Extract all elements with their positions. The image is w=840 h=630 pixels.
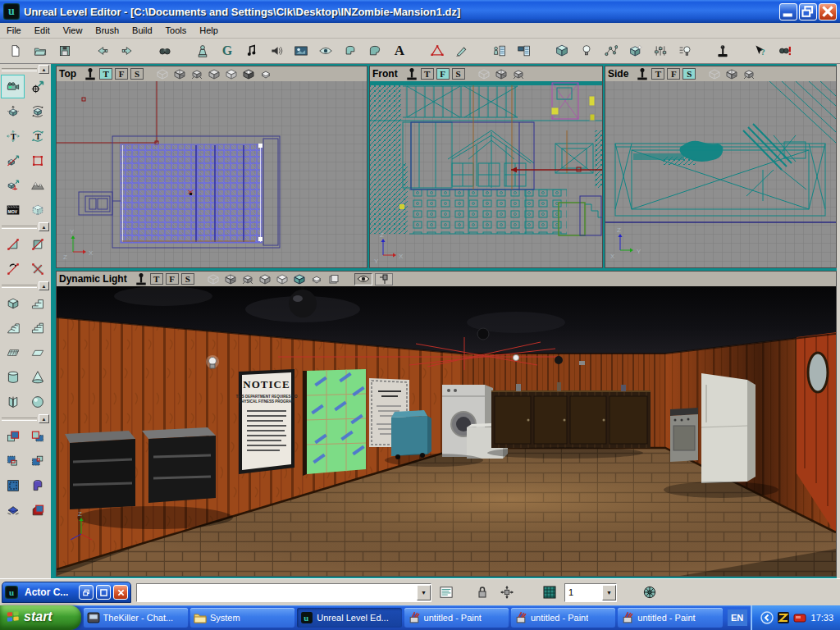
wood-cabinets[interactable] [491, 382, 651, 448]
grid-size-combobox[interactable]: 1 ▼ [564, 583, 617, 602]
start-button[interactable]: start [0, 605, 81, 630]
redo-button[interactable] [115, 40, 139, 62]
white-fridge[interactable] [701, 373, 756, 483]
add-volume-button[interactable] [1, 473, 25, 497]
combo-dropdown-button[interactable]: ▼ [602, 585, 616, 600]
wall-light-sprite[interactable] [206, 355, 219, 368]
static-mesh-browser-button[interactable] [363, 40, 387, 62]
clip-marker-1-button[interactable] [1, 232, 25, 256]
subtract-brush-button[interactable] [25, 424, 49, 448]
viewport-perspective[interactable]: Dynamic Light T F S [56, 271, 837, 577]
zonealarm-icon[interactable] [777, 611, 790, 624]
texture-rotate-button[interactable]: T [25, 124, 49, 148]
rendermode-bsp-button[interactable] [258, 273, 272, 285]
actor-move-button[interactable] [25, 75, 49, 98]
rendermode-wireframe-button[interactable] [206, 273, 221, 285]
taskbar-clock[interactable]: 17:33 [811, 613, 834, 623]
cylinder-brush-button[interactable] [1, 365, 25, 389]
add-brush-button[interactable] [1, 424, 25, 448]
mode-front-button[interactable]: F [667, 68, 680, 80]
matinee-button[interactable]: MOV [1, 198, 25, 221]
build-options-button[interactable] [648, 40, 673, 62]
actor-properties-button[interactable] [487, 40, 512, 62]
rendermode-bsp-button[interactable] [511, 68, 526, 80]
window-titlebar[interactable]: u Unreal Level Editor - [C:\Documents an… [0, 0, 840, 23]
viewport-top[interactable]: Top T F S [56, 66, 368, 268]
viewport-side[interactable]: Side T F S [605, 66, 837, 268]
deintersect-brush-button[interactable] [25, 449, 49, 472]
rendermode-plain-button[interactable] [275, 273, 290, 285]
rendermode-dynamic-light-button[interactable] [241, 68, 256, 80]
mode-top-button[interactable]: T [651, 68, 664, 80]
search-actors-button[interactable] [153, 40, 177, 62]
mesh-viewer-button[interactable] [313, 40, 338, 62]
ceiling-fixture-small[interactable] [579, 361, 585, 365]
brush-snap-scale-button[interactable] [1, 173, 25, 197]
stair-brush-button[interactable] [25, 291, 49, 315]
mode-side-button[interactable]: S [181, 273, 194, 285]
terrain-edit-button[interactable] [25, 173, 49, 197]
dark-shelf-left[interactable] [65, 431, 135, 509]
minimize-button[interactable] [779, 3, 797, 21]
ceiling-fixture[interactable] [555, 356, 563, 364]
font-browser-button[interactable]: A [387, 40, 412, 62]
add-special-brush-button[interactable] [25, 498, 49, 522]
new-map-button[interactable] [3, 40, 28, 62]
menu-view[interactable]: View [57, 25, 89, 36]
sound-browser-button[interactable] [264, 40, 289, 62]
volumetric-brush-button[interactable] [1, 390, 25, 413]
open-map-button[interactable] [28, 40, 52, 62]
menu-tools[interactable]: Tools [159, 25, 194, 36]
mode-front-button[interactable]: F [115, 68, 128, 80]
save-map-button[interactable] [52, 40, 77, 62]
collapse-group-button[interactable]: ▲ [39, 414, 49, 423]
notice-poster[interactable]: NOTICE THIS DEPARTMENT REQUIRES NO PHYSI… [235, 369, 298, 474]
rendermode-wireframe-button[interactable] [707, 68, 722, 80]
menu-file[interactable]: File [0, 25, 28, 36]
shape-2d-editor-button[interactable] [25, 148, 49, 172]
undo-button[interactable] [90, 40, 115, 62]
language-indicator[interactable]: EN [728, 609, 747, 626]
actor-class-browser-button[interactable] [190, 40, 215, 62]
menu-help[interactable]: Help [193, 25, 225, 36]
mode-side-button[interactable]: S [452, 68, 465, 80]
spiral-stair-brush-button[interactable] [25, 316, 49, 340]
prefab-browser-button[interactable] [338, 40, 363, 62]
sphere-brush-button[interactable] [25, 390, 49, 413]
mode-top-button[interactable]: T [99, 68, 112, 80]
ceiling-dome-small[interactable] [477, 328, 489, 340]
pushpin-button[interactable] [375, 273, 393, 285]
actor-class-input[interactable] [137, 586, 417, 600]
menu-brush[interactable]: Brush [89, 25, 126, 36]
realtime-preview-button[interactable] [354, 273, 372, 285]
rendermode-zone-button[interactable] [172, 68, 187, 80]
delete-clip-button[interactable] [25, 257, 49, 281]
viewport-top-canvas[interactable]: Y X Z [57, 81, 367, 267]
rendermode-lighting-only-button[interactable] [309, 273, 324, 285]
flip-clip-button[interactable] [1, 257, 25, 281]
music-browser-button[interactable] [240, 40, 264, 62]
close-button[interactable] [113, 585, 128, 600]
mode-front-button[interactable]: F [436, 68, 450, 80]
brush-stretch-button[interactable] [1, 148, 25, 172]
build-lighting-button[interactable] [574, 40, 599, 62]
viewport-perspective-canvas[interactable]: NOTICE THIS DEPARTMENT REQUIRES NO PHYSI… [57, 286, 836, 576]
stove[interactable] [670, 408, 698, 462]
sheet-brush-button[interactable] [25, 340, 49, 364]
rendermode-wireframe-button[interactable] [477, 68, 491, 80]
context-help-button[interactable]: ? [748, 40, 773, 62]
red-tray-app-icon[interactable] [793, 611, 806, 624]
viewport-front-canvas[interactable]: Z X Y [370, 81, 602, 267]
build-paths-button[interactable] [599, 40, 623, 62]
mode-top-button[interactable]: T [150, 273, 163, 285]
rendermode-zone-button[interactable] [724, 68, 739, 80]
curved-stair-brush-button[interactable] [1, 316, 25, 340]
viewport-front[interactable]: Front T F S [369, 66, 603, 268]
build-all-button[interactable] [623, 40, 648, 62]
surface-properties-button[interactable] [512, 40, 536, 62]
tessellated-sheet-brush-button[interactable] [1, 340, 25, 364]
task-system-folder[interactable]: System [190, 608, 294, 628]
realtime-joystick-icon[interactable] [636, 67, 649, 80]
brush-scale-mode-button[interactable] [1, 99, 25, 123]
task-thekiller-chat[interactable]: TheKiller - Chat... [84, 608, 188, 628]
